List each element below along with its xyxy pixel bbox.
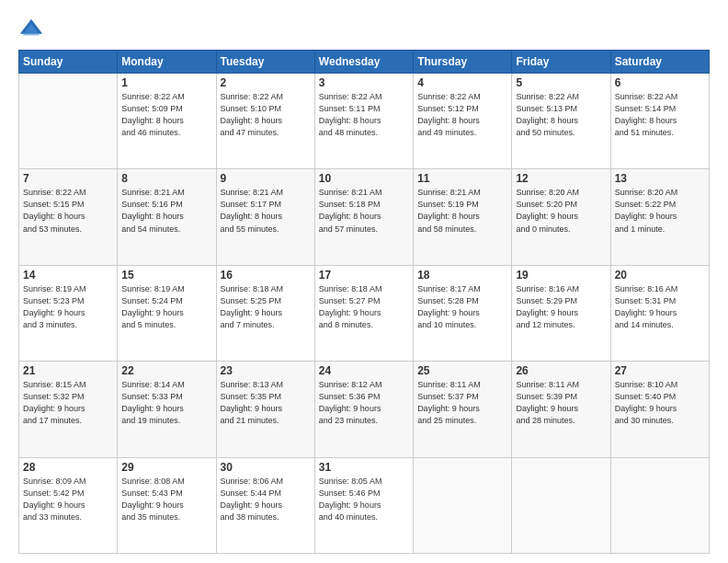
logo-icon [18, 17, 44, 42]
day-info: Sunrise: 8:22 AM Sunset: 5:11 PM Dayligh… [319, 91, 409, 139]
day-number: 17 [319, 269, 409, 282]
day-info: Sunrise: 8:22 AM Sunset: 5:14 PM Dayligh… [615, 91, 705, 139]
day-info: Sunrise: 8:17 AM Sunset: 5:28 PM Dayligh… [417, 283, 507, 331]
calendar-cell: 22Sunrise: 8:14 AM Sunset: 5:33 PM Dayli… [118, 362, 216, 457]
calendar-cell: 18Sunrise: 8:17 AM Sunset: 5:28 PM Dayli… [414, 265, 512, 361]
day-number: 13 [615, 172, 705, 185]
calendar-cell: 30Sunrise: 8:06 AM Sunset: 5:44 PM Dayli… [216, 457, 314, 553]
day-info: Sunrise: 8:22 AM Sunset: 5:15 PM Dayligh… [23, 187, 113, 235]
calendar: SundayMondayTuesdayWednesdayThursdayFrid… [18, 50, 710, 554]
day-info: Sunrise: 8:19 AM Sunset: 5:24 PM Dayligh… [121, 283, 211, 331]
day-number: 10 [319, 172, 409, 185]
day-info: Sunrise: 8:22 AM Sunset: 5:09 PM Dayligh… [121, 91, 211, 139]
day-info: Sunrise: 8:13 AM Sunset: 5:35 PM Dayligh… [221, 379, 311, 427]
day-number: 29 [121, 461, 211, 474]
day-info: Sunrise: 8:05 AM Sunset: 5:46 PM Dayligh… [319, 476, 409, 523]
calendar-week-row: 14Sunrise: 8:19 AM Sunset: 5:23 PM Dayli… [19, 265, 710, 361]
day-number: 5 [516, 76, 606, 89]
day-info: Sunrise: 8:09 AM Sunset: 5:42 PM Dayligh… [23, 476, 113, 523]
calendar-cell [414, 457, 512, 553]
calendar-cell: 21Sunrise: 8:15 AM Sunset: 5:32 PM Dayli… [19, 362, 118, 457]
day-number: 1 [121, 76, 211, 89]
calendar-header-sunday: Sunday [19, 51, 118, 74]
calendar-cell: 4Sunrise: 8:22 AM Sunset: 5:12 PM Daylig… [414, 74, 512, 169]
calendar-week-row: 21Sunrise: 8:15 AM Sunset: 5:32 PM Dayli… [19, 362, 710, 457]
day-number: 16 [221, 269, 311, 282]
day-number: 4 [417, 76, 507, 89]
calendar-cell: 9Sunrise: 8:21 AM Sunset: 5:17 PM Daylig… [216, 169, 314, 265]
logo [18, 17, 48, 42]
calendar-week-row: 7Sunrise: 8:22 AM Sunset: 5:15 PM Daylig… [19, 169, 710, 265]
day-number: 31 [319, 461, 409, 474]
day-info: Sunrise: 8:21 AM Sunset: 5:19 PM Dayligh… [417, 187, 507, 235]
calendar-cell: 25Sunrise: 8:11 AM Sunset: 5:37 PM Dayli… [414, 362, 512, 457]
day-number: 14 [23, 269, 113, 282]
calendar-cell: 27Sunrise: 8:10 AM Sunset: 5:40 PM Dayli… [610, 362, 709, 457]
day-info: Sunrise: 8:15 AM Sunset: 5:32 PM Dayligh… [23, 379, 113, 427]
calendar-cell: 29Sunrise: 8:08 AM Sunset: 5:43 PM Dayli… [118, 457, 216, 553]
day-info: Sunrise: 8:08 AM Sunset: 5:43 PM Dayligh… [121, 476, 211, 523]
header [18, 17, 710, 42]
calendar-week-row: 28Sunrise: 8:09 AM Sunset: 5:42 PM Dayli… [19, 457, 710, 553]
calendar-cell: 13Sunrise: 8:20 AM Sunset: 5:22 PM Dayli… [610, 169, 709, 265]
calendar-header-thursday: Thursday [414, 51, 512, 74]
calendar-header-wednesday: Wednesday [314, 51, 413, 74]
day-info: Sunrise: 8:18 AM Sunset: 5:25 PM Dayligh… [221, 283, 311, 331]
day-number: 9 [221, 172, 311, 185]
calendar-cell: 7Sunrise: 8:22 AM Sunset: 5:15 PM Daylig… [19, 169, 118, 265]
day-number: 11 [417, 172, 507, 185]
calendar-cell: 20Sunrise: 8:16 AM Sunset: 5:31 PM Dayli… [610, 265, 709, 361]
calendar-cell: 28Sunrise: 8:09 AM Sunset: 5:42 PM Dayli… [19, 457, 118, 553]
day-number: 2 [221, 76, 311, 89]
day-number: 24 [319, 364, 409, 377]
day-info: Sunrise: 8:19 AM Sunset: 5:23 PM Dayligh… [23, 283, 113, 331]
calendar-cell: 10Sunrise: 8:21 AM Sunset: 5:18 PM Dayli… [314, 169, 413, 265]
day-info: Sunrise: 8:20 AM Sunset: 5:20 PM Dayligh… [516, 187, 606, 235]
day-info: Sunrise: 8:06 AM Sunset: 5:44 PM Dayligh… [221, 476, 311, 523]
day-number: 28 [23, 461, 113, 474]
day-number: 21 [23, 364, 113, 377]
calendar-cell: 3Sunrise: 8:22 AM Sunset: 5:11 PM Daylig… [314, 74, 413, 169]
calendar-cell: 26Sunrise: 8:11 AM Sunset: 5:39 PM Dayli… [512, 362, 610, 457]
day-info: Sunrise: 8:21 AM Sunset: 5:17 PM Dayligh… [221, 187, 311, 235]
day-info: Sunrise: 8:16 AM Sunset: 5:31 PM Dayligh… [615, 283, 705, 331]
calendar-header-friday: Friday [512, 51, 610, 74]
page: SundayMondayTuesdayWednesdayThursdayFrid… [0, 0, 728, 563]
calendar-cell: 31Sunrise: 8:05 AM Sunset: 5:46 PM Dayli… [314, 457, 413, 553]
day-number: 26 [516, 364, 606, 377]
calendar-cell: 8Sunrise: 8:21 AM Sunset: 5:16 PM Daylig… [118, 169, 216, 265]
calendar-cell: 16Sunrise: 8:18 AM Sunset: 5:25 PM Dayli… [216, 265, 314, 361]
day-info: Sunrise: 8:11 AM Sunset: 5:39 PM Dayligh… [516, 379, 606, 427]
calendar-cell: 2Sunrise: 8:22 AM Sunset: 5:10 PM Daylig… [216, 74, 314, 169]
day-number: 27 [615, 364, 705, 377]
day-info: Sunrise: 8:11 AM Sunset: 5:37 PM Dayligh… [417, 379, 507, 427]
day-number: 18 [417, 269, 507, 282]
day-number: 19 [516, 269, 606, 282]
day-number: 25 [417, 364, 507, 377]
day-number: 20 [615, 269, 705, 282]
calendar-header-saturday: Saturday [610, 51, 709, 74]
calendar-cell: 15Sunrise: 8:19 AM Sunset: 5:24 PM Dayli… [118, 265, 216, 361]
day-number: 23 [221, 364, 311, 377]
day-info: Sunrise: 8:18 AM Sunset: 5:27 PM Dayligh… [319, 283, 409, 331]
calendar-week-row: 1Sunrise: 8:22 AM Sunset: 5:09 PM Daylig… [19, 74, 710, 169]
calendar-cell: 1Sunrise: 8:22 AM Sunset: 5:09 PM Daylig… [118, 74, 216, 169]
calendar-cell: 17Sunrise: 8:18 AM Sunset: 5:27 PM Dayli… [314, 265, 413, 361]
day-info: Sunrise: 8:22 AM Sunset: 5:10 PM Dayligh… [221, 91, 311, 139]
calendar-cell [19, 74, 118, 169]
calendar-cell: 6Sunrise: 8:22 AM Sunset: 5:14 PM Daylig… [610, 74, 709, 169]
calendar-cell: 5Sunrise: 8:22 AM Sunset: 5:13 PM Daylig… [512, 74, 610, 169]
day-info: Sunrise: 8:21 AM Sunset: 5:16 PM Dayligh… [121, 187, 211, 235]
day-info: Sunrise: 8:16 AM Sunset: 5:29 PM Dayligh… [516, 283, 606, 331]
calendar-cell: 14Sunrise: 8:19 AM Sunset: 5:23 PM Dayli… [19, 265, 118, 361]
calendar-cell: 19Sunrise: 8:16 AM Sunset: 5:29 PM Dayli… [512, 265, 610, 361]
day-number: 15 [121, 269, 211, 282]
calendar-header-tuesday: Tuesday [216, 51, 314, 74]
calendar-cell: 23Sunrise: 8:13 AM Sunset: 5:35 PM Dayli… [216, 362, 314, 457]
calendar-cell: 12Sunrise: 8:20 AM Sunset: 5:20 PM Dayli… [512, 169, 610, 265]
day-number: 12 [516, 172, 606, 185]
calendar-cell: 24Sunrise: 8:12 AM Sunset: 5:36 PM Dayli… [314, 362, 413, 457]
calendar-cell [610, 457, 709, 553]
day-info: Sunrise: 8:22 AM Sunset: 5:12 PM Dayligh… [417, 91, 507, 139]
day-info: Sunrise: 8:21 AM Sunset: 5:18 PM Dayligh… [319, 187, 409, 235]
